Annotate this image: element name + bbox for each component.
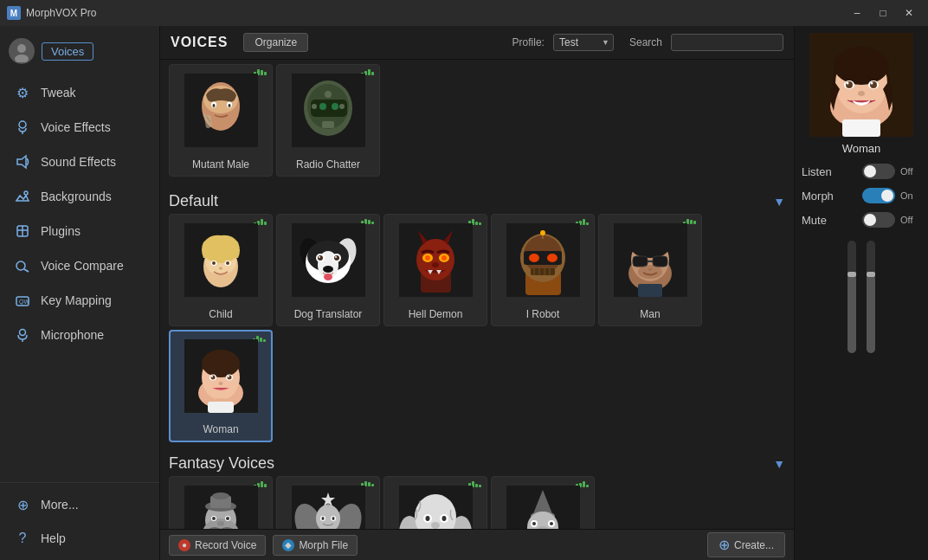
svg-point-112 [212,517,216,520]
app-icon: M [7,6,21,20]
sidebar-item-label: Sound Effects [41,155,116,169]
voice-card-child[interactable]: Child [169,214,273,326]
voice-image [170,215,272,305]
profile-select[interactable]: Test Default Custom [553,34,614,51]
voice-name: Mutant Male [170,155,272,176]
minimize-button[interactable]: – [845,4,869,22]
voices-area: Mutant Male [160,60,794,529]
profile-wrapper: Test Default Custom [553,34,614,51]
sidebar-item-help[interactable]: ? Help [4,522,155,555]
section-collapse-icon[interactable]: ▼ [773,195,785,209]
fantasy-grid: Dwarf [169,476,785,529]
section-header-default: Default ▼ [169,187,785,214]
svg-point-135 [431,522,440,529]
voice-card-female-pixie[interactable]: Female Pixie [276,476,380,529]
svg-point-125 [332,517,334,520]
voice-card-hell-demon[interactable]: Hell Demon [383,214,487,326]
svg-point-72 [529,254,539,262]
more-icon: ⊕ [13,495,32,514]
bottom-bar: ● Record Voice ◆ Morph File ⊕ Create... [160,529,794,560]
maximize-button[interactable]: □ [871,4,895,22]
tweak-icon: ⚙ [13,83,32,102]
voice-card-man[interactable]: Man [598,214,702,326]
morph-icon: ◆ [282,539,294,551]
volume-slider-1[interactable] [847,241,856,353]
svg-point-0 [17,44,26,53]
sidebar-item-tweak[interactable]: ⚙ Tweak [4,76,155,109]
sidebar-item-voice-effects[interactable]: Voice Effects [4,111,155,144]
controls-section: Listen Off Morph On [802,164,921,236]
svg-point-134 [441,516,446,521]
svg-point-88 [638,265,662,279]
volume-slider-2[interactable] [867,241,875,353]
voice-name: Radio Chatter [277,155,379,176]
help-icon: ? [13,529,32,548]
voice-name: Dog Translator [277,305,379,325]
main-title: VOICES [171,35,228,50]
listen-toggle[interactable] [862,164,895,179]
mute-state: Off [900,215,921,225]
mute-control: Mute Off [802,212,921,228]
sidebar-item-sound-effects[interactable]: Sound Effects [4,145,155,178]
purchased-grid: Mutant Male [169,64,785,183]
svg-point-28 [312,104,317,109]
svg-point-54 [335,256,337,258]
voice-card-nasty-gnome[interactable]: Nasty Gnome [491,476,595,529]
section-header-fantasy: Fantasy Voices ▼ [169,449,785,476]
sidebar-item-label: Voice Effects [41,120,111,134]
voice-image [170,65,272,155]
search-label: Search [629,36,662,48]
voice-card-dog-translator[interactable]: Dog Translator [276,214,380,326]
svg-point-114 [217,521,224,526]
sidebar-item-label: Help [41,531,66,545]
main-content: VOICES Organize Profile: Test Default Cu… [160,26,794,560]
create-button[interactable]: ⊕ Create... [707,532,785,557]
morph-state: On [900,190,921,201]
search-input[interactable] [671,34,783,51]
svg-point-143 [532,522,536,525]
svg-point-30 [325,91,332,98]
voice-card-giant[interactable]: Giant [383,476,487,529]
svg-rect-85 [633,256,648,267]
svg-point-99 [228,376,229,377]
voice-card-mutant-male[interactable]: Mutant Male [169,64,273,177]
svg-point-29 [339,104,345,109]
morph-toggle[interactable] [862,188,895,203]
svg-point-133 [425,516,429,521]
listen-toggle-knob [864,165,876,177]
sidebar-item-microphone[interactable]: Microphone [4,319,155,351]
svg-point-52 [334,255,339,261]
record-voice-button[interactable]: ● Record Voice [169,535,266,556]
default-grid: Child [169,214,785,449]
voice-card-radio-chatter[interactable]: Radio Chatter [276,64,380,177]
sidebar-item-backgrounds[interactable]: Backgrounds [4,180,155,213]
morph-file-button[interactable]: ◆ Morph File [273,535,358,556]
preview-name: Woman [842,142,881,155]
voices-badge[interactable]: Voices [42,42,93,61]
voice-image [170,477,272,529]
svg-point-13 [20,330,26,336]
section-collapse-icon[interactable]: ▼ [773,457,785,471]
mute-toggle[interactable] [862,212,895,228]
close-button[interactable]: ✕ [897,4,921,22]
window-controls: – □ ✕ [845,4,921,22]
app-body: Voices ⚙ Tweak Voice Effects Sound Effec… [0,26,928,560]
voice-card-i-robot[interactable]: I Robot [491,214,595,326]
voice-effects-icon [13,118,32,137]
svg-rect-86 [653,256,667,267]
svg-point-66 [432,262,439,267]
slider-fill [867,274,875,353]
sidebar-item-more[interactable]: ⊕ More... [4,488,155,521]
svg-point-41 [226,261,229,265]
avatar [9,38,35,64]
mute-toggle-knob [864,214,876,226]
voice-card-woman[interactable]: Woman [169,330,273,442]
sidebar-item-key-mapping[interactable]: QW Key Mapping [4,284,155,317]
organize-button[interactable]: Organize [243,33,308,52]
voice-card-dwarf[interactable]: Dwarf [169,476,273,529]
listen-label: Listen [802,165,841,178]
sidebar-item-voice-compare[interactable]: Voice Compare [4,249,155,282]
sidebar: Voices ⚙ Tweak Voice Effects Sound Effec… [0,26,160,560]
svg-point-5 [24,191,28,195]
sidebar-item-plugins[interactable]: Plugins [4,215,155,248]
